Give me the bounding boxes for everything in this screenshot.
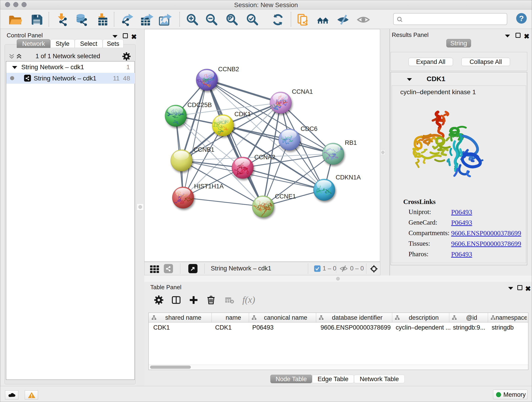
svg-text:CCNB1: CCNB1 <box>193 146 215 153</box>
svg-text:CDKN1A: CDKN1A <box>336 174 361 181</box>
svg-text:HIST1H1A: HIST1H1A <box>194 183 224 190</box>
svg-text:CCNA1: CCNA1 <box>292 88 313 95</box>
svg-text:CDK1: CDK1 <box>234 111 251 118</box>
svg-text:CCNE1: CCNE1 <box>275 193 296 200</box>
svg-text:CDC25B: CDC25B <box>187 102 212 108</box>
svg-text:CCNB2: CCNB2 <box>218 66 239 73</box>
svg-text:CCNA2: CCNA2 <box>254 154 275 161</box>
svg-text:CDC6: CDC6 <box>301 125 317 132</box>
svg-text:RB1: RB1 <box>345 139 357 146</box>
